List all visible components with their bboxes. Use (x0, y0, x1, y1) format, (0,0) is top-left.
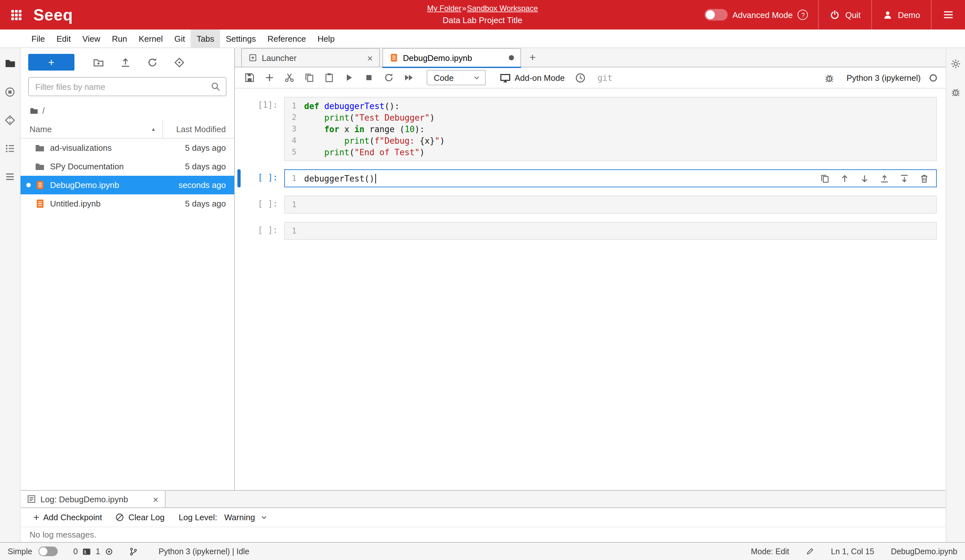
filter-files-input[interactable] (28, 77, 226, 96)
debugger-toggle-button[interactable] (820, 69, 839, 86)
cell-type-dropdown[interactable]: Code (427, 70, 486, 85)
text-cursor (375, 173, 376, 183)
copy-cells-button[interactable] (299, 69, 318, 86)
cell-collapser[interactable] (237, 196, 240, 214)
sidebar-tab-property-inspector[interactable] (949, 57, 962, 70)
breadcrumb-workspace-link[interactable]: Sandbox Workspace (467, 4, 538, 13)
file-name: SPy Documentation (50, 162, 185, 171)
sidebar-tab-table-of-contents[interactable] (3, 142, 16, 155)
kernel-status-text[interactable]: Python 3 (ipykernel) | Idle (159, 547, 249, 556)
grid-icon (11, 9, 21, 20)
file-row[interactable]: ad-visualizations 5 days ago (21, 139, 234, 157)
content-row: + / (0, 48, 965, 542)
file-browser-breadcrumb[interactable]: / (21, 102, 234, 121)
running-sessions-indicator[interactable]: 0 1 (73, 547, 114, 556)
restart-kernel-button[interactable] (379, 69, 398, 86)
clear-log-button[interactable]: Clear Log (110, 509, 170, 526)
upload-button[interactable] (116, 54, 135, 70)
close-log-tab-icon[interactable]: × (153, 494, 159, 504)
addon-mode-button[interactable]: Add-on Mode (495, 69, 570, 86)
new-tab-button[interactable]: + (523, 48, 541, 67)
menu-item[interactable]: View (77, 29, 106, 47)
hamburger-icon (942, 9, 954, 21)
refresh-button[interactable] (142, 54, 162, 70)
add-checkpoint-button[interactable]: + Add Checkpoint (28, 509, 107, 526)
app-grid-button[interactable] (7, 5, 26, 24)
upload-icon (119, 57, 131, 68)
folder-icon (34, 143, 45, 153)
file-row[interactable]: SPy Documentation 5 days ago (21, 157, 234, 176)
tab-log-debugdemo[interactable]: Log: DebugDemo.ipynb × (21, 491, 165, 508)
breadcrumb-my-folder-link[interactable]: My Folder (427, 4, 461, 13)
code-editor[interactable]: 1 (284, 222, 937, 240)
git-branch-icon[interactable] (129, 547, 138, 556)
column-header-last-modified[interactable]: Last Modified (162, 121, 234, 138)
move-cell-down-button[interactable] (857, 171, 871, 185)
code-text: print(f"Debug: {x}") (304, 136, 445, 145)
menu-item[interactable]: Run (106, 29, 133, 47)
insert-cell-button[interactable] (260, 69, 278, 86)
sidebar-tab-git[interactable] (3, 114, 16, 126)
cell-collapser[interactable] (237, 97, 240, 161)
tab-debugdemo-notebook[interactable]: DebugDemo.ipynb (383, 48, 521, 67)
interrupt-kernel-button[interactable] (359, 69, 378, 86)
active-cell-indicator[interactable] (237, 169, 240, 187)
cursor-position[interactable]: Ln 1, Col 15 (831, 547, 874, 556)
column-header-name[interactable]: Name ▲ (21, 121, 162, 138)
move-cell-up-button[interactable] (837, 171, 851, 185)
insert-cell-above-button[interactable] (877, 171, 891, 185)
new-folder-button[interactable] (88, 54, 108, 70)
quit-button[interactable]: Quit (819, 0, 872, 29)
help-icon[interactable]: ? (798, 10, 808, 20)
code-line: 1 (285, 225, 936, 237)
menu-item[interactable]: Edit (51, 29, 77, 47)
sidebar-tab-running-sessions[interactable] (3, 85, 16, 98)
advanced-mode-toggle[interactable] (704, 9, 727, 21)
code-editor[interactable]: 1 (284, 196, 937, 214)
paste-cells-button[interactable] (319, 69, 338, 86)
cell-collapser[interactable] (237, 222, 240, 240)
file-row[interactable]: Untitled.ipynb 5 days ago (21, 194, 234, 213)
save-button[interactable] (240, 69, 258, 86)
status-bar: Simple 0 1 Python 3 (ipykernel) | Idle M… (0, 542, 965, 560)
tab-launcher[interactable]: Launcher × (241, 48, 380, 67)
menu-item[interactable]: Git (169, 29, 191, 47)
menu-item[interactable]: Settings (220, 29, 262, 47)
breadcrumb-separator: » (462, 4, 466, 13)
file-row[interactable]: DebugDemo.ipynb seconds ago (21, 176, 234, 194)
log-level-dropdown[interactable]: Warning (220, 513, 272, 522)
menu-item[interactable]: File (26, 29, 51, 47)
code-line: 1 (285, 199, 936, 211)
restart-run-all-button[interactable] (399, 69, 418, 86)
code-editor[interactable]: 1 debuggerTest() (284, 169, 937, 187)
chevron-down-icon (261, 514, 268, 521)
delete-cell-button[interactable] (917, 171, 931, 185)
menu-item[interactable]: Reference (262, 29, 312, 47)
close-tab-icon[interactable]: × (367, 53, 373, 62)
simple-mode-label: Simple (8, 547, 32, 556)
insert-cell-below-button[interactable] (897, 171, 911, 185)
execution-prompt: [1]: (240, 97, 284, 161)
sidebar-tab-extension-manager[interactable] (3, 170, 16, 183)
sidebar-tab-debugger[interactable] (949, 85, 962, 98)
simple-mode-toggle[interactable] (39, 547, 58, 556)
addon-mode-label: Add-on Mode (515, 73, 564, 82)
hamburger-menu-button[interactable] (932, 0, 965, 29)
menu-item[interactable]: Help (312, 29, 341, 47)
duplicate-cell-button[interactable] (818, 171, 831, 185)
cut-cells-button[interactable] (280, 69, 298, 86)
user-menu-button[interactable]: Demo (872, 0, 931, 29)
new-launcher-button[interactable]: + (28, 54, 74, 70)
breadcrumb: My Folder»Sandbox Workspace (427, 3, 538, 14)
checkpoint-history-button[interactable] (571, 69, 590, 86)
menu-item[interactable]: Kernel (133, 29, 168, 47)
unsaved-indicator-dot[interactable] (509, 55, 514, 60)
menu-item[interactable]: Tabs (191, 29, 220, 47)
code-editor[interactable]: 1 def debuggerTest(): 2 print("Test Debu… (284, 97, 937, 161)
git-clone-button[interactable] (169, 54, 189, 70)
kernel-name[interactable]: Python 3 (ipykernel) (847, 73, 921, 82)
execution-prompt: [ ]: (240, 169, 284, 187)
run-cell-button[interactable] (339, 69, 358, 86)
sidebar-tab-files[interactable] (3, 57, 16, 70)
plus-icon: + (33, 512, 39, 522)
